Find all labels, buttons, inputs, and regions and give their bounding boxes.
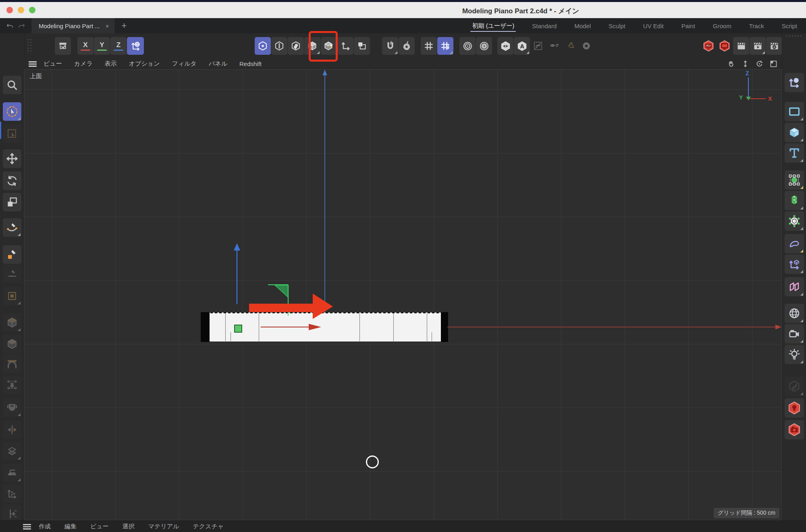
edges-mode-button[interactable] bbox=[271, 37, 287, 55]
rectangle-selection-tool-button[interactable] bbox=[3, 124, 21, 143]
set-point-value-tool-button[interactable] bbox=[3, 484, 21, 503]
coordinate-system-button[interactable] bbox=[127, 37, 144, 55]
viewport-menu-icon[interactable] bbox=[28, 61, 37, 67]
bottom-menu-material[interactable]: マテリアル bbox=[148, 523, 179, 530]
zoom-window-button[interactable] bbox=[29, 7, 35, 13]
iron-tool-button[interactable] bbox=[3, 464, 21, 482]
redshift-camera-button[interactable] bbox=[785, 420, 804, 439]
viewport-menu-panel[interactable]: パネル bbox=[209, 60, 227, 68]
green-point-handle[interactable] bbox=[234, 325, 242, 333]
new-tab-button[interactable]: + bbox=[115, 21, 133, 31]
layout-tab-paint[interactable]: Paint bbox=[681, 18, 695, 33]
viewport-canvas[interactable]: 上面 Z Y X bbox=[24, 69, 782, 520]
axis-modifier-button[interactable] bbox=[785, 255, 804, 274]
viewport-menu-display[interactable]: 表示 bbox=[105, 60, 117, 68]
layout-tab-track[interactable]: Track bbox=[749, 18, 764, 33]
viewport-menu-options[interactable]: オプション bbox=[129, 60, 160, 68]
gizmo-x-label: X bbox=[768, 95, 772, 102]
bottom-menu-view[interactable]: ビュー bbox=[90, 523, 109, 530]
layout-tab-standard[interactable]: Standard bbox=[532, 18, 557, 33]
rotate-tool-button[interactable] bbox=[3, 172, 21, 190]
close-tab-icon[interactable]: × bbox=[106, 23, 109, 29]
lock-x-button[interactable]: X bbox=[77, 37, 93, 55]
layout-tab-sculpt[interactable]: Sculpt bbox=[609, 18, 625, 33]
instance-object-button[interactable] bbox=[785, 277, 804, 296]
spline-pen-tool-button[interactable] bbox=[3, 218, 21, 237]
lock-z-button[interactable]: Z bbox=[110, 37, 127, 55]
points-mode-button[interactable] bbox=[255, 37, 271, 55]
bottom-menu-icon[interactable] bbox=[23, 524, 31, 530]
subdivide-tool-button[interactable] bbox=[3, 442, 21, 460]
bottom-menu-edit[interactable]: 編集 bbox=[64, 523, 77, 530]
workplane-mode-button[interactable] bbox=[354, 37, 370, 55]
close-window-button[interactable] bbox=[6, 7, 13, 13]
layout-tab-script[interactable]: Script bbox=[782, 18, 797, 33]
tweak-pen-tool-button[interactable] bbox=[3, 265, 21, 283]
render-view-button[interactable]: RV bbox=[700, 37, 717, 55]
camera-object-button[interactable] bbox=[785, 324, 804, 344]
hexagon-a-button[interactable]: A bbox=[514, 37, 530, 55]
dolly-view-icon[interactable] bbox=[741, 60, 750, 68]
layout-tab-model[interactable]: Model bbox=[574, 18, 591, 33]
move-tool-button[interactable] bbox=[3, 149, 21, 168]
scale-tool-button[interactable] bbox=[3, 193, 21, 211]
axis-gizmo[interactable]: Z Y X bbox=[734, 70, 775, 106]
shape-tool-button[interactable] bbox=[3, 287, 21, 305]
concentric-circles-button[interactable] bbox=[459, 37, 476, 55]
world-horizontal-axis bbox=[447, 325, 781, 329]
magnet-tool-button[interactable] bbox=[3, 376, 21, 394]
render-queue-button[interactable] bbox=[750, 37, 766, 55]
layout-tab-uvedit[interactable]: UV Edit bbox=[643, 18, 664, 33]
rotate-view-icon[interactable] bbox=[755, 60, 764, 68]
weld-mask-tool-button[interactable] bbox=[3, 398, 21, 417]
viewport-menu-camera[interactable]: カメラ bbox=[74, 60, 93, 68]
pan-view-icon[interactable] bbox=[727, 60, 735, 68]
render-picture-viewer-button[interactable] bbox=[717, 37, 733, 55]
subdivision-surface-button[interactable] bbox=[785, 170, 804, 190]
sky-object-button[interactable] bbox=[785, 304, 804, 323]
workplane-grid-button[interactable] bbox=[421, 37, 437, 55]
effector-object-button[interactable] bbox=[785, 211, 804, 231]
snap-settings-button[interactable] bbox=[399, 37, 415, 55]
primitive-cube-button[interactable] bbox=[785, 123, 804, 142]
viewport-menu-filter[interactable]: フィルタ bbox=[172, 60, 197, 68]
array-object-button[interactable] bbox=[785, 191, 804, 210]
edit-render-settings-button[interactable] bbox=[733, 37, 749, 55]
undo-icon[interactable] bbox=[6, 21, 15, 30]
extrude-tool-button[interactable] bbox=[3, 313, 21, 332]
hexagon-eye-button[interactable] bbox=[497, 37, 513, 55]
enable-axis-button[interactable] bbox=[337, 37, 353, 55]
bottom-menu-create[interactable]: 作成 bbox=[39, 523, 51, 530]
viewport-menu-redshift[interactable]: Redshift bbox=[239, 60, 262, 67]
mirror-tool-button[interactable] bbox=[3, 420, 21, 439]
polygon-pen-tool-button[interactable] bbox=[3, 245, 21, 264]
bend-deformer-button[interactable] bbox=[785, 234, 804, 253]
toolbar-grip[interactable] bbox=[27, 38, 31, 54]
live-selection-tool-button[interactable] bbox=[3, 102, 21, 121]
document-tab[interactable]: Modeling Piano Part ... × bbox=[31, 18, 115, 33]
redo-icon[interactable] bbox=[17, 21, 26, 30]
text-object-button[interactable] bbox=[785, 143, 804, 163]
null-object-button[interactable] bbox=[785, 73, 804, 92]
minimize-window-button[interactable] bbox=[18, 7, 24, 13]
polygons-mode-button[interactable] bbox=[288, 37, 304, 55]
content-browser-button[interactable] bbox=[55, 37, 71, 55]
lock-workplane-button[interactable] bbox=[437, 37, 453, 55]
spline-rectangle-button[interactable] bbox=[785, 102, 804, 121]
toggle-view-icon[interactable] bbox=[769, 60, 778, 68]
redshift-light-button[interactable] bbox=[785, 398, 804, 418]
bottom-menu-select[interactable]: 選択 bbox=[123, 523, 135, 530]
lock-y-button[interactable]: Y bbox=[94, 37, 110, 55]
bridge-tool-button[interactable] bbox=[3, 354, 21, 373]
render-settings-button[interactable] bbox=[766, 37, 782, 55]
find-tool-button[interactable] bbox=[3, 76, 21, 94]
bottom-menu-texture[interactable]: テクスチャ bbox=[193, 523, 224, 530]
snap-toggle-button[interactable] bbox=[382, 37, 398, 55]
light-object-button[interactable] bbox=[785, 345, 804, 364]
extrude-inner-tool-button[interactable] bbox=[3, 335, 21, 353]
layout-tab-groom[interactable]: Groom bbox=[713, 18, 731, 33]
gear-circle-button[interactable] bbox=[476, 37, 492, 55]
rightbar-grip[interactable] bbox=[785, 35, 803, 38]
viewport-menu-view[interactable]: ビュー bbox=[44, 60, 62, 68]
layout-tab-startup[interactable]: 初期 (ユーザー) bbox=[472, 18, 514, 33]
